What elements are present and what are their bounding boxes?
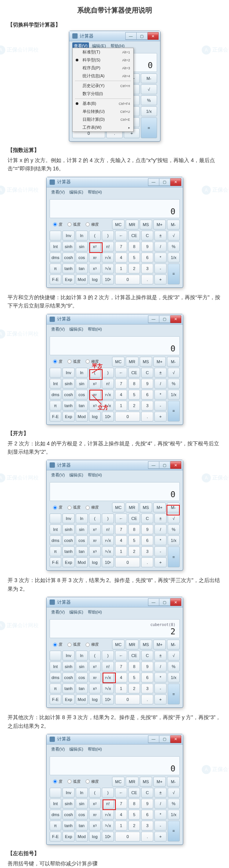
cuberoot-button[interactable]: 3√x — [102, 684, 114, 693]
tenx-button[interactable]: 10x — [102, 275, 114, 284]
log-button[interactable]: log — [89, 275, 101, 284]
x2-button[interactable]: x2 — [89, 242, 101, 251]
ce-button[interactable]: CE — [128, 231, 140, 240]
menu-item-scientific[interactable]: 科学型(S)Alt+2 — [73, 56, 133, 64]
view-menu-dropdown[interactable]: 标准型(T)Alt+1 科学型(S)Alt+2 程序员(P)Alt+3 统计信息… — [72, 48, 134, 132]
add-button[interactable]: + — [154, 275, 167, 284]
ms-button[interactable]: MS — [140, 220, 152, 229]
unit-deg[interactable]: 度 — [53, 222, 62, 227]
cosh-button[interactable]: cosh — [62, 253, 75, 262]
menu-item-programmer[interactable]: 程序员(P)Alt+3 — [73, 64, 133, 72]
calculator-window-sci-3: 计算器 —▢✕ 查看(V)编辑(E)帮助(H) 0 度 弧度 梯度 MC MR … — [46, 460, 183, 571]
unit-grad[interactable]: 梯度 — [85, 222, 99, 227]
mod-button[interactable]: Mod — [76, 275, 88, 284]
unit-rad[interactable]: 弧度 — [67, 222, 81, 227]
neg-button[interactable]: ± — [154, 231, 167, 240]
sqrt-button[interactable]: √ — [141, 84, 157, 94]
minimize-button[interactable]: — — [125, 32, 137, 40]
digit-7[interactable]: 7 — [115, 242, 127, 251]
c-button[interactable]: C — [141, 231, 153, 240]
menu-help[interactable]: 帮助(H) — [86, 189, 103, 196]
root-p2: 开 3 次方：比如计算 8 开 3 次方，结果为 2。操作是，先按“8”，再按“… — [8, 576, 221, 593]
ln-button[interactable]: ln — [76, 231, 88, 240]
rparen-button[interactable]: ) — [102, 231, 114, 240]
maximize-button[interactable]: ▢ — [159, 315, 170, 323]
yroot-button[interactable]: y√x — [102, 253, 114, 262]
equals-button[interactable]: = — [168, 264, 180, 284]
xy-button[interactable]: xy — [89, 253, 101, 262]
close-button[interactable]: ✕ — [170, 315, 181, 323]
maximize-button[interactable]: ▢ — [159, 178, 170, 186]
menu-item-sheet[interactable]: 工作表(W)▸ — [73, 123, 133, 131]
fe-button[interactable]: F-E — [50, 275, 62, 284]
mminus-button[interactable]: M- — [167, 220, 179, 229]
app-icon — [50, 180, 55, 185]
digit-0[interactable]: 0 — [115, 275, 140, 284]
digit-1[interactable]: 1 — [115, 264, 127, 273]
fact-button[interactable]: n! — [102, 242, 114, 251]
titlebar[interactable]: 计算器 — ▢ ✕ — [47, 177, 183, 187]
digit-8[interactable]: 8 — [128, 242, 140, 251]
dms-button[interactable]: dms — [50, 253, 62, 262]
menubar[interactable]: 查看(V) 编辑(E) 帮助(H) — [47, 187, 183, 197]
recip-button[interactable]: 1/x — [168, 253, 180, 262]
menu-item-history[interactable]: 历史记录(Y)Ctrl+H — [73, 82, 133, 90]
menu-item-standard[interactable]: 标准型(T)Alt+1 — [73, 48, 133, 56]
recip-button[interactable]: 1/x — [141, 106, 157, 116]
section-paren-head: 【左右括号】 — [8, 850, 221, 857]
cos-button[interactable]: cos — [76, 253, 88, 262]
equals-button[interactable]: = — [141, 117, 157, 138]
exp-p2: 平方和立方的快捷键：比如计算 3 的 2 次方，计算器上操作就是，先按“3”，再… — [8, 293, 221, 310]
digit-2[interactable]: 2 — [128, 264, 140, 273]
sqrt-button[interactable]: √ — [168, 514, 180, 523]
cuberoot-button[interactable]: 3√x — [102, 264, 114, 273]
menu-item-statistics[interactable]: 统计信息(A)Alt+4 — [73, 72, 133, 80]
digit-5[interactable]: 5 — [128, 253, 140, 262]
page-title: 系统自带计算器使用说明 — [8, 6, 221, 15]
exp-button[interactable]: Exp — [62, 275, 75, 284]
mplus-button[interactable]: M+ — [153, 220, 166, 229]
yroot-button[interactable]: y√x — [102, 810, 114, 820]
mr-button[interactable]: MR — [126, 220, 138, 229]
div-button[interactable]: / — [154, 242, 167, 251]
digit-3[interactable]: 3 — [141, 264, 153, 273]
sinh-button[interactable]: sinh — [62, 242, 75, 251]
menu-view[interactable]: 查看(V) — [50, 189, 67, 196]
menu-item-digit[interactable]: 数字分组(I) — [73, 90, 133, 98]
lparen-button[interactable]: ( — [89, 231, 101, 240]
maximize-button[interactable]: ▢ — [137, 32, 148, 40]
x3-button[interactable]: x3 — [89, 264, 101, 273]
menu-item-unit[interactable]: 单位转换(U)Ctrl+U — [73, 108, 133, 116]
menu-item-basic[interactable]: 基本(B)Ctrl+F4 — [73, 100, 133, 108]
calculator-window-sci-5: 计算器 —▢✕ 查看(V)编辑(E)帮助(H) 0 度 弧度 梯度 MCMRMS… — [46, 734, 183, 845]
close-button[interactable]: ✕ — [148, 32, 159, 40]
digit-9[interactable]: 9 — [141, 242, 153, 251]
int-button[interactable]: Int — [50, 242, 62, 251]
tanh-button[interactable]: tanh — [62, 264, 75, 273]
titlebar[interactable]: 计算器 — ▢ ✕ — [69, 31, 160, 41]
sqrt-button[interactable]: √ — [168, 231, 180, 240]
back-button[interactable]: ← — [115, 231, 127, 240]
sin-button[interactable]: sin — [76, 242, 88, 251]
sub-button[interactable]: - — [154, 264, 167, 273]
paren-p1: 善用括号键，可以帮助你减少计算步骤 — [8, 859, 221, 868]
x2-button[interactable]: x2 — [89, 379, 101, 389]
minimize-button[interactable]: — — [148, 315, 159, 323]
digit-4[interactable]: 4 — [115, 253, 127, 262]
mminus-button[interactable]: M- — [141, 73, 157, 83]
calculator-window-sci-4: 计算器 —▢✕ 查看(V)编辑(E)帮助(H) cuberoot(8) 2 度 … — [46, 597, 183, 708]
pct-button[interactable]: % — [168, 242, 180, 251]
inv-button[interactable]: Inv — [62, 231, 75, 240]
digit-6[interactable]: 6 — [141, 253, 153, 262]
dot-button[interactable]: . — [141, 275, 153, 284]
pct-button[interactable]: % — [141, 95, 157, 105]
pi-button[interactable]: π — [50, 264, 62, 273]
close-button[interactable]: ✕ — [170, 178, 181, 186]
mul-button[interactable]: * — [154, 253, 167, 262]
x3-button[interactable]: x3 — [89, 401, 101, 411]
menu-item-date[interactable]: 日期计算(D)Ctrl+E — [73, 116, 133, 123]
mc-button[interactable]: MC — [112, 220, 125, 229]
tan-button[interactable]: tan — [76, 264, 88, 273]
menu-edit[interactable]: 编辑(E) — [68, 189, 85, 196]
minimize-button[interactable]: — — [148, 178, 159, 186]
